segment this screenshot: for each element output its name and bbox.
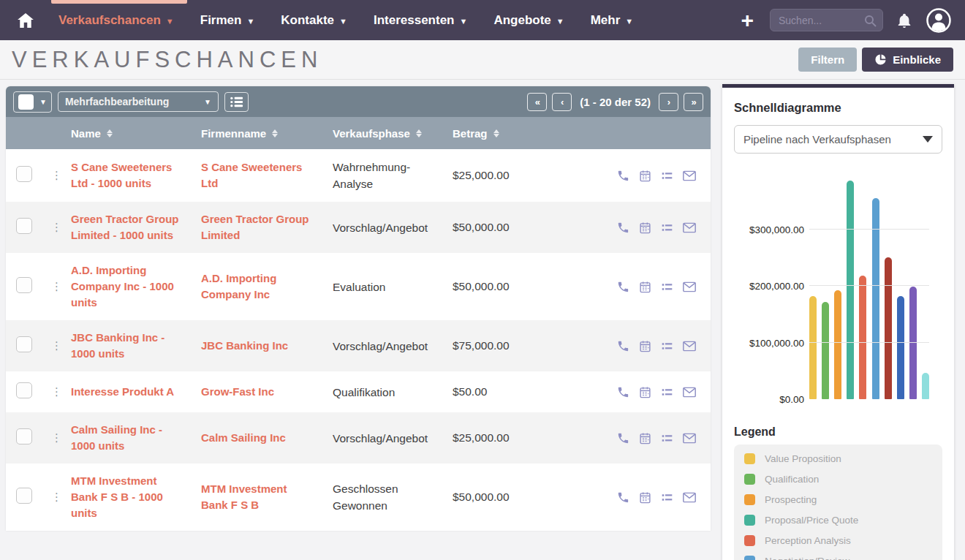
legend-item: Qualification [744, 474, 932, 485]
envelope-icon[interactable] [683, 222, 696, 234]
row-checkbox[interactable] [16, 336, 32, 352]
legend-item: Perception Analysis [744, 535, 932, 546]
phone-icon[interactable] [617, 281, 629, 293]
row-checkbox[interactable] [16, 218, 32, 234]
quick-create-button[interactable]: + [738, 10, 757, 31]
list-icon[interactable] [661, 222, 673, 234]
list-icon[interactable] [661, 386, 673, 398]
column-header-firmenname[interactable]: Firmenname [201, 127, 333, 140]
account-name-link[interactable]: Calm Sailing Inc [201, 430, 333, 446]
sales-stage-value: Vorschlag/Angebot [333, 338, 453, 355]
filter-button[interactable]: Filtern [798, 48, 857, 72]
account-name-link[interactable]: JBC Banking Inc [201, 338, 333, 354]
kebab-menu-icon[interactable]: ⋮ [42, 491, 62, 504]
kebab-menu-icon[interactable]: ⋮ [42, 339, 62, 352]
legend-label: Perception Analysis [765, 535, 851, 546]
opportunity-name-link[interactable]: A.D. Importing Company Inc - 1000 units [71, 262, 201, 311]
sort-icon[interactable] [416, 129, 422, 137]
chart-y-tick-label: $0.00 [779, 394, 804, 405]
envelope-icon[interactable] [683, 281, 696, 293]
nav-menu-item-verkaufschancen[interactable]: Verkaufschancen ▼ [58, 13, 174, 28]
row-checkbox[interactable] [16, 166, 32, 182]
search-icon[interactable] [864, 15, 877, 27]
column-header-name[interactable]: Name [71, 127, 201, 140]
calendar-icon[interactable] [639, 170, 651, 182]
nav-menu-item-angebote[interactable]: Angebote ▼ [493, 13, 564, 28]
row-checkbox[interactable] [16, 277, 32, 293]
envelope-icon[interactable] [683, 170, 696, 182]
phone-icon[interactable] [617, 340, 629, 352]
sort-icon[interactable] [107, 129, 113, 137]
phone-icon[interactable] [617, 386, 629, 398]
pagination-prev-button[interactable]: ‹ [552, 93, 572, 111]
sales-stage-value: Geschlossen Gewonnen [333, 480, 453, 514]
list-view-button[interactable] [224, 92, 249, 112]
phone-icon[interactable] [617, 222, 629, 234]
pagination-next-button[interactable]: › [659, 93, 678, 111]
calendar-icon[interactable] [639, 281, 651, 293]
opportunity-name-link[interactable]: Green Tractor Group Limited - 1000 units [71, 211, 201, 243]
insights-button[interactable]: Einblicke [862, 48, 953, 72]
kebab-menu-icon[interactable]: ⋮ [42, 280, 62, 293]
chevron-down-icon: ▼ [460, 17, 468, 26]
phone-icon[interactable] [617, 170, 629, 182]
list-icon[interactable] [661, 432, 673, 444]
select-all-combo[interactable]: ▼ [13, 91, 52, 113]
row-checkbox[interactable] [16, 382, 32, 398]
calendar-icon[interactable] [639, 222, 651, 234]
kebab-menu-icon[interactable]: ⋮ [42, 431, 62, 444]
chart-y-tick-label: $200,000.00 [749, 281, 804, 292]
chart-type-select[interactable]: Pipeline nach Verkaufsphasen [734, 125, 942, 154]
legend-swatch [744, 556, 755, 560]
opportunity-name-link[interactable]: MTM Investment Bank F S B - 1000 units [71, 473, 201, 521]
envelope-icon[interactable] [683, 340, 696, 352]
nav-menu-item-kontakte[interactable]: Kontakte ▼ [281, 13, 347, 28]
list-icon[interactable] [661, 491, 673, 504]
pagination-last-button[interactable]: » [684, 93, 703, 111]
sort-icon[interactable] [272, 129, 278, 137]
account-name-link[interactable]: S Cane Sweeteners Ltd [201, 159, 333, 192]
account-name-link[interactable]: MTM Investment Bank F S B [201, 481, 333, 513]
account-name-link[interactable]: Green Tractor Group Limited [201, 211, 333, 243]
account-name-link[interactable]: Grow-Fast Inc [201, 384, 333, 400]
calendar-icon[interactable] [639, 432, 651, 444]
user-menu-button[interactable] [926, 7, 952, 34]
sort-icon[interactable] [493, 129, 499, 137]
row-checkbox[interactable] [16, 428, 32, 444]
amount-value: $50,000.00 [453, 280, 569, 293]
envelope-icon[interactable] [683, 386, 696, 398]
chart-y-tick-label: $100,000.00 [749, 337, 804, 348]
nav-menu-item-interessenten[interactable]: Interessenten ▼ [374, 13, 467, 28]
phone-icon[interactable] [617, 432, 629, 444]
home-button[interactable] [13, 13, 38, 28]
list-icon[interactable] [661, 281, 673, 293]
row-checkbox[interactable] [16, 488, 32, 504]
calendar-icon[interactable] [639, 386, 651, 398]
notifications-button[interactable] [896, 12, 912, 29]
account-name-link[interactable]: A.D. Importing Company Inc [201, 270, 333, 303]
column-header-betrag[interactable]: Betrag [453, 127, 569, 140]
opportunity-name-link[interactable]: Interesse Produkt A [71, 384, 201, 400]
kebab-menu-icon[interactable]: ⋮ [42, 169, 62, 182]
pagination-first-button[interactable]: « [527, 93, 547, 111]
envelope-icon[interactable] [683, 432, 696, 444]
legend-item: Negotiation/Review [744, 556, 932, 560]
phone-icon[interactable] [617, 491, 629, 504]
nav-menu-item-mehr[interactable]: Mehr ▼ [591, 13, 634, 28]
envelope-icon[interactable] [683, 491, 696, 504]
opportunity-name-link[interactable]: JBC Banking Inc - 1000 units [71, 330, 201, 362]
list-icon[interactable] [661, 340, 673, 352]
nav-menu-item-firmen[interactable]: Firmen ▼ [200, 13, 255, 28]
calendar-icon[interactable] [639, 340, 651, 352]
list-icon[interactable] [661, 170, 673, 182]
calendar-icon[interactable] [639, 491, 651, 504]
opportunity-name-link[interactable]: S Cane Sweeteners Ltd - 1000 units [71, 159, 201, 192]
kebab-menu-icon[interactable]: ⋮ [42, 221, 62, 234]
bulk-action-select[interactable]: Mehrfachbearbeitung ▼ [58, 91, 219, 112]
kebab-menu-icon[interactable]: ⋮ [42, 385, 62, 398]
column-header-verkaufsphase[interactable]: Verkaufsphase [333, 127, 453, 140]
opportunity-name-link[interactable]: Calm Sailing Inc - 1000 units [71, 422, 201, 454]
chevron-down-icon: ▼ [625, 17, 633, 26]
select-all-checkbox[interactable] [18, 94, 34, 110]
chevron-down-icon: ▼ [246, 17, 254, 26]
